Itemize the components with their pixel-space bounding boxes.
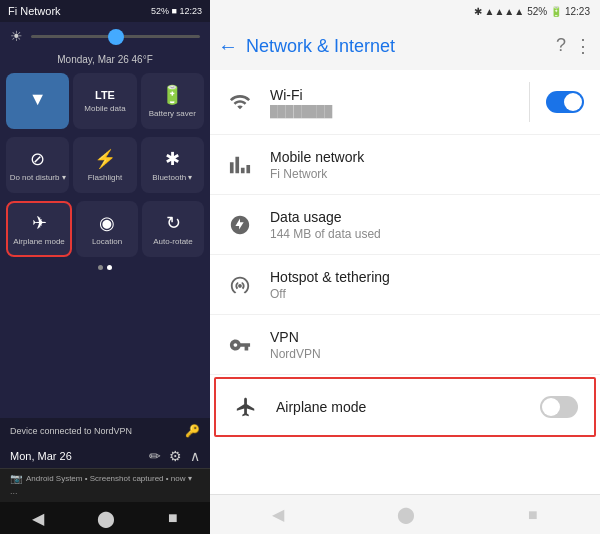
- airplane-title: Airplane mode: [276, 399, 524, 415]
- vpn-setting-icon: [226, 334, 254, 356]
- auto-rotate-tile[interactable]: ↻ Auto-rotate: [142, 201, 204, 257]
- hotspot-subtitle: Off: [270, 287, 584, 301]
- notification-area: 📷 Android System • Screenshot captured •…: [0, 468, 210, 502]
- right-status-bar: ✱ ▲▲▲▲ 52% 🔋 12:23: [210, 0, 600, 22]
- right-status-icons: ✱ ▲▲▲▲ 52% 🔋 12:23: [474, 6, 590, 17]
- page-title: Network & Internet: [246, 36, 548, 57]
- toolbar-actions: ? ⋮: [556, 35, 592, 57]
- mobile-network-item[interactable]: Mobile network Fi Network: [210, 135, 600, 195]
- bluetooth-tile[interactable]: ✱ Bluetooth ▾: [141, 137, 204, 193]
- left-status-text: 52% ■ 12:23: [151, 6, 202, 16]
- airplane-content: Airplane mode: [276, 399, 524, 415]
- wifi-subtitle: ████████: [270, 105, 513, 117]
- mobile-network-subtitle: Fi Network: [270, 167, 584, 181]
- left-status-icons: 52% ■ 12:23: [151, 6, 202, 16]
- right-nav-bar: ◀ ⬤ ■: [210, 494, 600, 534]
- battery-icon: 🔋: [161, 84, 183, 106]
- wifi-icon: ▼: [29, 89, 47, 110]
- recents-nav-btn[interactable]: ■: [168, 509, 178, 527]
- data-usage-item[interactable]: Data usage 144 MB of data used: [210, 195, 600, 255]
- wifi-toggle[interactable]: [546, 91, 584, 113]
- wifi-toggle-on[interactable]: [546, 91, 584, 113]
- airplane-setting-icon: [232, 396, 260, 418]
- data-usage-icon: [226, 214, 254, 236]
- brightness-bar: ☀: [0, 22, 210, 50]
- airplane-tile[interactable]: ✈ Airplane mode: [6, 201, 72, 257]
- hotspot-content: Hotspot & tethering Off: [270, 269, 584, 301]
- vpn-key-icon: 🔑: [185, 424, 200, 438]
- dnd-icon: ⊘: [30, 148, 45, 170]
- airplane-item[interactable]: Airplane mode: [214, 377, 596, 437]
- hotspot-icon: [226, 274, 254, 296]
- notification-more: ···: [10, 488, 18, 498]
- wifi-setting-icon: [226, 91, 254, 113]
- brightness-icon: ☀: [10, 28, 23, 44]
- mobile-data-label: Mobile data: [84, 104, 125, 113]
- location-tile[interactable]: ◉ Location: [76, 201, 138, 257]
- app-name: Fi Network: [8, 5, 61, 17]
- help-button[interactable]: ?: [556, 35, 566, 57]
- location-icon: ◉: [99, 212, 115, 234]
- left-panel: Fi Network 52% ■ 12:23 ☀ Monday, Mar 26 …: [0, 0, 210, 534]
- mobile-network-title: Mobile network: [270, 149, 584, 165]
- expand-icon[interactable]: ∧: [190, 448, 200, 464]
- bottom-bar: Mon, Mar 26 ✏ ⚙ ∧: [0, 444, 210, 468]
- page-dots: [0, 261, 210, 274]
- battery-saver-tile[interactable]: 🔋 Battery saver: [141, 73, 204, 129]
- data-usage-content: Data usage 144 MB of data used: [270, 209, 584, 241]
- back-button[interactable]: ←: [218, 35, 238, 58]
- airplane-label: Airplane mode: [13, 237, 65, 246]
- auto-rotate-label: Auto-rotate: [153, 237, 193, 246]
- auto-rotate-icon: ↻: [166, 212, 181, 234]
- date-weather: Monday, Mar 26 46°F: [0, 50, 210, 69]
- wifi-item[interactable]: Wi-Fi ████████: [210, 70, 600, 135]
- back-nav-btn[interactable]: ◀: [32, 509, 44, 528]
- flashlight-tile[interactable]: ⚡ Flashlight: [73, 137, 136, 193]
- battery-pct: 52% 🔋: [527, 6, 562, 17]
- wifi-content: Wi-Fi ████████: [270, 87, 513, 117]
- lte-icon: LTE: [95, 89, 115, 101]
- right-back-btn[interactable]: ◀: [272, 505, 284, 524]
- vpn-content: VPN NordVPN: [270, 329, 584, 361]
- tile-row-3: ✈ Airplane mode ◉ Location ↻ Auto-rotate: [0, 197, 210, 261]
- bottom-date: Mon, Mar 26: [10, 450, 72, 462]
- right-panel: ✱ ▲▲▲▲ 52% 🔋 12:23 ← Network & Internet …: [210, 0, 600, 534]
- brightness-slider[interactable]: [31, 35, 200, 38]
- more-button[interactable]: ⋮: [574, 35, 592, 57]
- dnd-tile[interactable]: ⊘ Do not disturb ▾: [6, 137, 69, 193]
- signal-icons: ▲▲▲▲: [485, 6, 525, 17]
- wifi-divider: [529, 82, 530, 122]
- tile-row-1: ▼ LTE Mobile data 🔋 Battery saver: [0, 69, 210, 133]
- vpn-subtitle: NordVPN: [270, 347, 584, 361]
- dot-1: [98, 265, 103, 270]
- dnd-label: Do not disturb ▾: [10, 173, 66, 182]
- flashlight-icon: ⚡: [94, 148, 116, 170]
- vpn-bar: Device connected to NordVPN 🔑: [0, 418, 210, 444]
- notification-icon: 📷: [10, 473, 22, 484]
- data-usage-title: Data usage: [270, 209, 584, 225]
- data-usage-subtitle: 144 MB of data used: [270, 227, 584, 241]
- battery-saver-label: Battery saver: [149, 109, 196, 118]
- mobile-data-tile[interactable]: LTE Mobile data: [73, 73, 136, 129]
- bluetooth-label: Bluetooth ▾: [152, 173, 192, 182]
- home-nav-btn[interactable]: ⬤: [97, 509, 115, 528]
- hotspot-item[interactable]: Hotspot & tethering Off: [210, 255, 600, 315]
- bluetooth-icon: ✱: [165, 148, 180, 170]
- airplane-toggle-off[interactable]: [540, 396, 578, 418]
- vpn-bar-text: Device connected to NordVPN: [10, 426, 132, 436]
- vpn-title: VPN: [270, 329, 584, 345]
- right-home-btn[interactable]: ⬤: [397, 505, 415, 524]
- quick-tiles: ▼ LTE Mobile data 🔋 Battery saver ⊘ Do n…: [0, 69, 210, 418]
- left-nav-bar: ◀ ⬤ ■: [0, 502, 210, 534]
- right-toolbar: ← Network & Internet ? ⋮: [210, 22, 600, 70]
- tile-row-2: ⊘ Do not disturb ▾ ⚡ Flashlight ✱ Blueto…: [0, 133, 210, 197]
- signal-icon: [226, 154, 254, 176]
- bottom-bar-icons: ✏ ⚙ ∧: [149, 448, 200, 464]
- vpn-item[interactable]: VPN NordVPN: [210, 315, 600, 375]
- gear-icon[interactable]: ⚙: [169, 448, 182, 464]
- wifi-tile[interactable]: ▼: [6, 73, 69, 129]
- right-recents-btn[interactable]: ■: [528, 506, 538, 524]
- edit-icon[interactable]: ✏: [149, 448, 161, 464]
- airplane-toggle[interactable]: [540, 396, 578, 418]
- location-label: Location: [92, 237, 122, 246]
